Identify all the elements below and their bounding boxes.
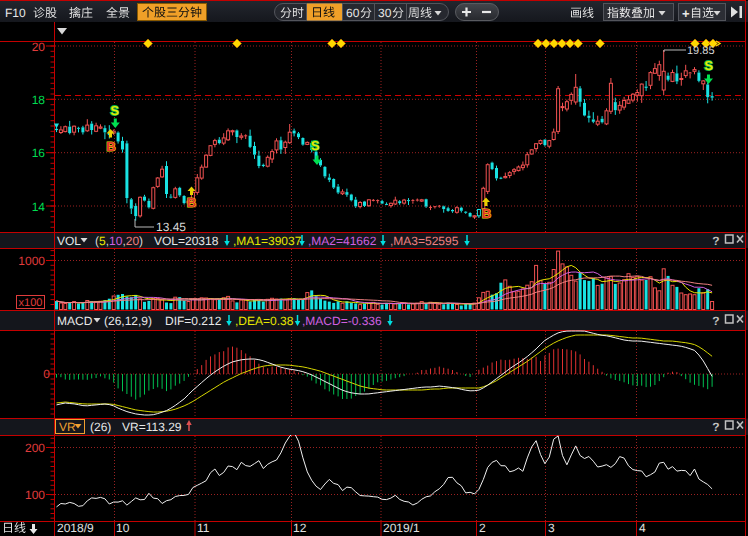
svg-text:DIF=0.212: DIF=0.212 [165, 314, 222, 328]
svg-text:VR: VR [59, 420, 76, 434]
svg-text:?: ? [712, 420, 719, 434]
svg-text:200: 200 [25, 441, 45, 455]
svg-text:(5,10,20): (5,10,20) [95, 234, 143, 248]
svg-text:S: S [704, 58, 713, 73]
svg-text:B: B [482, 206, 491, 221]
svg-text:F10: F10 [5, 6, 26, 20]
svg-text:12: 12 [293, 521, 307, 535]
svg-text:,DEA=0.38: ,DEA=0.38 [235, 314, 294, 328]
svg-text:2018/9: 2018/9 [57, 521, 94, 535]
svg-text:,MA2=41662: ,MA2=41662 [308, 234, 377, 248]
svg-text:4: 4 [639, 521, 646, 535]
svg-text:60: 60 [346, 6, 360, 20]
svg-text:x100: x100 [19, 297, 43, 309]
svg-text:2: 2 [479, 521, 486, 535]
svg-text:S: S [110, 103, 119, 118]
svg-text:,MA1=39037: ,MA1=39037 [233, 234, 302, 248]
svg-text:19.85: 19.85 [687, 45, 715, 57]
svg-text:+: + [682, 6, 690, 21]
svg-text:,MACD=-0.336: ,MACD=-0.336 [302, 314, 382, 328]
svg-text:18: 18 [32, 93, 46, 107]
svg-text:2019/1: 2019/1 [383, 521, 420, 535]
svg-text:10: 10 [116, 521, 130, 535]
svg-text:3: 3 [548, 521, 555, 535]
svg-text:1000: 1000 [18, 254, 45, 268]
svg-text:MACD: MACD [57, 314, 93, 328]
svg-text:B: B [106, 139, 115, 154]
svg-text:?: ? [712, 314, 719, 328]
svg-text:VOL: VOL [57, 234, 81, 248]
svg-text:?: ? [712, 234, 719, 248]
svg-text:VR=113.29: VR=113.29 [122, 420, 182, 434]
svg-text:14: 14 [32, 200, 46, 214]
svg-text:20: 20 [32, 40, 46, 54]
svg-text:VOL=20318: VOL=20318 [154, 234, 219, 248]
svg-text:B: B [187, 195, 196, 210]
svg-text:100: 100 [25, 488, 45, 502]
svg-text:13.45: 13.45 [156, 220, 186, 234]
svg-text:(26,12,9): (26,12,9) [104, 314, 152, 328]
svg-text:(26): (26) [90, 420, 111, 434]
svg-text:0: 0 [43, 367, 50, 381]
svg-text:11: 11 [197, 521, 210, 535]
svg-text:30: 30 [378, 6, 392, 20]
svg-text:16: 16 [32, 146, 46, 160]
svg-text:,MA3=52595: ,MA3=52595 [390, 234, 459, 248]
svg-text:S: S [311, 138, 320, 153]
